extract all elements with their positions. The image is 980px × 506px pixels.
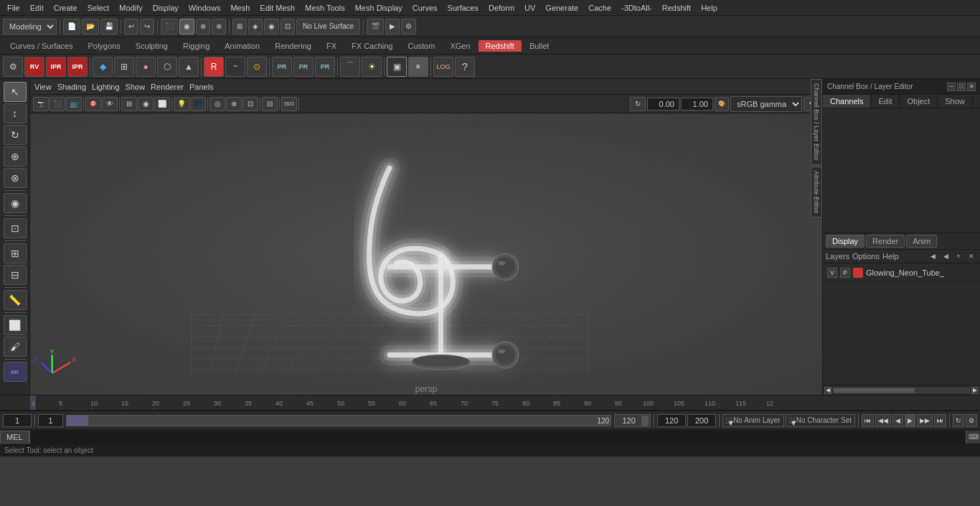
layer-up-icon[interactable]: ◀ <box>927 251 938 261</box>
vp-resolution-btn[interactable]: 📺 <box>66 97 82 111</box>
char-set-expand-icon[interactable]: ▼ <box>789 418 795 423</box>
scale-tool-btn[interactable]: ⊕ <box>4 146 27 167</box>
panel-maximize-btn[interactable]: □ <box>957 83 966 91</box>
layer-tab-render[interactable]: Render <box>866 235 905 248</box>
tab-fx-caching[interactable]: FX Caching <box>344 40 400 52</box>
render-settings-btn[interactable]: ⚙ <box>401 19 416 34</box>
tab-sculpting[interactable]: Sculpting <box>128 40 175 52</box>
step-back-btn[interactable]: ◀◀ <box>875 414 891 427</box>
menu-generate[interactable]: Generate <box>541 2 583 14</box>
show-manipulator-btn[interactable]: ⊡ <box>4 218 27 238</box>
ch-tab-show[interactable]: Show <box>938 95 973 108</box>
tab-fx[interactable]: FX <box>319 40 344 52</box>
vp-menu-renderer[interactable]: Renderer <box>151 83 184 91</box>
save-scene-btn[interactable]: 💾 <box>100 19 118 34</box>
menu-redshift[interactable]: Redshift <box>658 2 695 14</box>
tab-animation[interactable]: Animation <box>217 40 267 52</box>
menu-display[interactable]: Display <box>149 2 183 14</box>
snap-to-curve-btn[interactable]: ◈ <box>248 19 263 34</box>
shelf-rs-effect[interactable]: ~ <box>225 57 245 77</box>
open-scene-btn[interactable]: 📂 <box>82 19 99 34</box>
playback-range-slider[interactable]: 120 <box>66 415 611 426</box>
menu-cache[interactable]: Cache <box>584 2 616 14</box>
layer-visibility-btn[interactable]: V <box>827 268 837 278</box>
shelf-obj-diamond[interactable]: ◆ <box>93 57 113 77</box>
shelf-rs-ipr2[interactable]: IPR <box>67 57 88 77</box>
shelf-rs-cube-red[interactable]: R <box>204 57 224 77</box>
scroll-right-btn[interactable]: ▶ <box>971 387 979 394</box>
snap-to-surface-btn[interactable]: ⊡ <box>281 19 295 34</box>
skip-to-end-btn[interactable]: ⏭ <box>934 414 946 427</box>
menu-edit-mesh[interactable]: Edit Mesh <box>255 2 299 14</box>
layer-color-swatch[interactable] <box>853 268 863 278</box>
max-frame-field[interactable] <box>657 414 686 427</box>
new-scene-btn[interactable]: 📄 <box>63 19 80 34</box>
layer-del-icon[interactable]: ✕ <box>966 251 977 261</box>
vp-grid-btn[interactable]: ⊡ <box>242 97 258 111</box>
shelf-dome-icon[interactable]: ⌒ <box>340 57 360 77</box>
layer-item-0[interactable]: V P Glowing_Neon_Tube_ <box>824 265 979 281</box>
select-tool-btn[interactable]: ↖ <box>4 82 27 102</box>
scroll-left-btn[interactable]: ◀ <box>824 387 831 394</box>
layer-down-icon[interactable]: ◀ <box>940 251 951 261</box>
right-panel-scrollbar[interactable]: ◀ ▶ <box>823 385 980 395</box>
range-end-field[interactable] <box>616 414 641 427</box>
tab-curves-surfaces[interactable]: Curves / Surfaces <box>3 40 80 52</box>
layer-opt-options[interactable]: Options <box>852 252 880 261</box>
loop-btn[interactable]: ↻ <box>953 414 964 427</box>
shelf-rs-ramp[interactable]: ≡ <box>408 57 428 77</box>
vp-select-cam-btn[interactable]: 🎯 <box>85 97 101 111</box>
shelf-rs-ring[interactable]: ⊙ <box>247 57 267 77</box>
menu-create[interactable]: Create <box>50 2 82 14</box>
max-end-field[interactable] <box>687 414 716 427</box>
shelf-rs-log[interactable]: LOG <box>433 57 453 77</box>
menu-uv[interactable]: UV <box>520 2 540 14</box>
panel-minimize-btn[interactable]: ─ <box>947 83 956 91</box>
align-objects-btn[interactable]: ⊟ <box>4 265 27 285</box>
vp-menu-shading[interactable]: Shading <box>57 83 86 91</box>
channel-box-tab[interactable]: Channel Box / Layer Editor <box>811 79 822 165</box>
soft-select-btn[interactable]: ◉ <box>4 193 27 213</box>
lasso-tool-btn[interactable]: ⊗ <box>212 19 226 34</box>
redo-btn[interactable]: ↪ <box>140 19 154 34</box>
shelf-rs-rv[interactable]: RV <box>24 57 44 77</box>
layer-opt-help[interactable]: Help <box>882 252 899 261</box>
shelf-obj-sphere[interactable]: ● <box>136 57 156 77</box>
vp-texture-btn[interactable]: ⬜ <box>154 97 170 111</box>
scroll-track[interactable] <box>833 388 970 393</box>
menu-mesh[interactable]: Mesh <box>226 2 254 14</box>
snap-together-btn[interactable]: ⊞ <box>4 243 27 263</box>
menu-curves[interactable]: Curves <box>408 2 442 14</box>
tab-redshift[interactable]: Redshift <box>479 40 522 52</box>
vp-isolate-btn[interactable]: ISO <box>281 97 297 111</box>
quick-layout-btn[interactable]: ⬜ <box>4 315 27 335</box>
layer-opt-layers[interactable]: Layers <box>826 252 849 261</box>
vp-menu-view[interactable]: View <box>34 83 52 91</box>
tab-bullet[interactable]: Bullet <box>522 40 557 52</box>
menu-mesh-tools[interactable]: Mesh Tools <box>301 2 349 14</box>
shelf-settings-icon[interactable]: ⚙ <box>3 57 23 77</box>
tab-rigging[interactable]: Rigging <box>176 40 217 52</box>
shelf-obj-cube[interactable]: ⬡ <box>157 57 177 77</box>
play-fwd-btn[interactable]: ▶ <box>905 414 915 427</box>
vp-xray-btn[interactable]: ◎ <box>209 97 225 111</box>
render-current-btn[interactable]: 🎬 <box>367 19 384 34</box>
vp-colorspace-icon[interactable]: 🎨 <box>715 97 729 111</box>
coord-y-input[interactable] <box>681 98 713 111</box>
paint-effects-btn[interactable]: 🖌 <box>4 337 27 357</box>
shelf-pr3[interactable]: PR <box>315 57 335 77</box>
menu-file[interactable]: File <box>3 2 24 14</box>
arnold-render-btn[interactable]: AR <box>4 362 27 382</box>
menu-select[interactable]: Select <box>83 2 114 14</box>
lang-label[interactable]: MEL <box>0 431 29 444</box>
range-start-field[interactable] <box>38 414 63 427</box>
no-char-set-btn[interactable]: ▼ No Character Set <box>786 414 855 427</box>
vp-rotate-icon[interactable]: ↻ <box>630 97 646 111</box>
menu-windows[interactable]: Windows <box>184 2 225 14</box>
tab-xgen[interactable]: XGen <box>443 40 477 52</box>
measure-tool-btn[interactable]: 📏 <box>4 290 27 310</box>
menu-mesh-display[interactable]: Mesh Display <box>351 2 407 14</box>
move-tool-btn[interactable]: ↕ <box>4 103 27 123</box>
select-by-hierarchy-btn[interactable]: ⬛ <box>161 19 178 34</box>
shelf-pr2[interactable]: PR <box>293 57 314 77</box>
